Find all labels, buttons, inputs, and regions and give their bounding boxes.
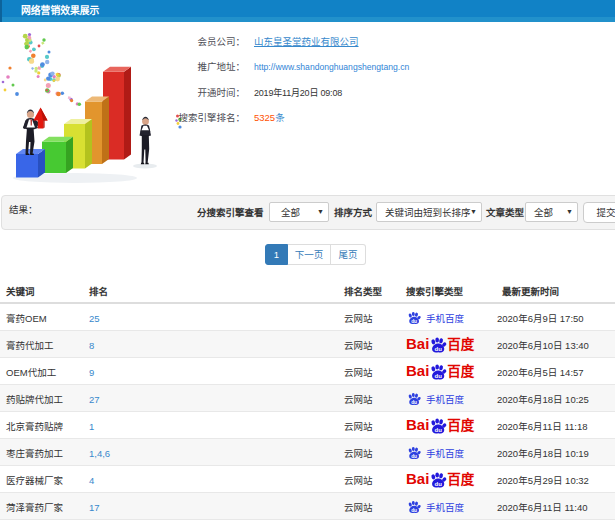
svg-text:du: du — [435, 373, 443, 379]
svg-text:du: du — [411, 454, 417, 459]
svg-text:du: du — [435, 481, 443, 487]
svg-text:du: du — [435, 427, 443, 433]
svg-text:du: du — [411, 319, 417, 324]
svg-text:du: du — [435, 346, 443, 352]
svg-text:du: du — [411, 508, 417, 513]
svg-text:du: du — [411, 400, 417, 405]
